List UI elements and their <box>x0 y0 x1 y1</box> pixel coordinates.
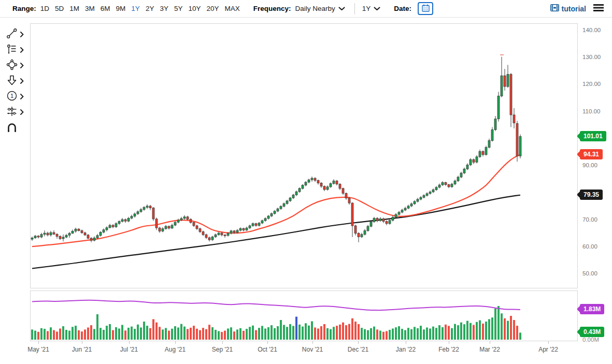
month-tick-mark <box>312 341 313 344</box>
menu-button[interactable] <box>593 4 604 13</box>
measure-tool-icon <box>6 105 18 120</box>
frequency-dropdown[interactable]: Daily Nearby <box>295 5 335 12</box>
svg-text:1: 1 <box>10 93 13 99</box>
month-axis-label: Nov '21 <box>302 346 323 353</box>
range-item-1y[interactable]: 1Y <box>131 5 140 12</box>
month-tick-mark <box>449 341 449 344</box>
fast-ma-value-badge: 94.31 <box>580 149 603 159</box>
range-selector: 1D5D1M3M6M9M1Y2Y3Y5Y10Y20YMAX <box>40 5 240 12</box>
month-tick-mark <box>267 341 268 344</box>
toolbar-divider <box>354 3 355 14</box>
arrow-marker-tool-icon <box>6 74 18 89</box>
volume-chart[interactable] <box>31 291 577 341</box>
range-item-1m[interactable]: 1M <box>69 5 79 12</box>
arrow-marker-tool-button[interactable] <box>6 75 30 88</box>
month-axis-label: Apr '22 <box>538 346 558 353</box>
month-axis-label: Mar '22 <box>479 346 500 353</box>
month-axis-label: Jan '22 <box>396 346 416 353</box>
last-price-badge: 101.01 <box>580 131 606 141</box>
range-item-2y[interactable]: 2Y <box>146 5 154 12</box>
price-axis-tick: 130.00 <box>582 54 601 60</box>
price-axis-tick: 50.00 <box>582 270 597 276</box>
trendline-tool-button[interactable] <box>6 28 30 41</box>
price-chart[interactable] <box>31 24 577 288</box>
month-tick-mark <box>490 341 490 344</box>
frequency-label: Frequency: <box>253 5 291 12</box>
price-pane <box>30 23 578 288</box>
number-marker-tool-button[interactable]: 1 <box>6 91 30 103</box>
chevron-down-icon[interactable] <box>374 7 380 11</box>
price-axis-tick: 60.00 <box>582 243 597 250</box>
tutorial-label: tutorial <box>562 5 586 13</box>
price-axis-tick: 70.00 <box>582 216 597 223</box>
price-axis-tick: 110.00 <box>582 108 600 114</box>
volume-pane <box>30 290 578 341</box>
measure-tool-button[interactable] <box>6 106 30 119</box>
magnet-tool-icon <box>6 122 18 136</box>
calendar-icon <box>422 4 430 13</box>
range-item-1d[interactable]: 1D <box>40 5 49 12</box>
annotations-tool-button[interactable] <box>6 44 30 56</box>
range-item-10y[interactable]: 10Y <box>188 5 201 12</box>
volume-bars-group <box>31 306 521 340</box>
trendline-tool-icon <box>6 27 18 42</box>
period-dropdown[interactable]: 1Y <box>362 5 371 12</box>
month-axis-label: Jul '21 <box>120 346 138 353</box>
price-axis-tick: 120.00 <box>582 81 601 87</box>
candles-group <box>31 57 521 242</box>
session-high-marker <box>500 54 504 55</box>
slow-ma-value-badge: 79.35 <box>580 190 603 200</box>
range-item-9m[interactable]: 9M <box>116 5 126 12</box>
month-tick-mark <box>222 341 223 344</box>
range-item-max[interactable]: MAX <box>224 5 239 12</box>
date-label: Date: <box>394 5 411 12</box>
price-axis-tick: 90.00 <box>582 162 597 168</box>
range-item-5d[interactable]: 5D <box>55 5 64 12</box>
shapes-tool-icon <box>6 59 18 73</box>
month-axis-label: Oct '21 <box>258 346 277 353</box>
chevron-right-icon <box>20 92 24 101</box>
open-interest-badge: 1.83M <box>580 304 604 314</box>
chevron-right-icon <box>20 61 24 70</box>
month-axis-label: Sep '21 <box>212 346 233 353</box>
chevron-right-icon <box>20 108 24 117</box>
video-tutorial-icon <box>550 4 559 13</box>
volume-axis-tick: 0.00M <box>582 337 599 343</box>
month-tick-mark <box>548 341 549 344</box>
open-interest-line <box>32 300 520 310</box>
month-axis-label: Feb '22 <box>438 346 459 353</box>
menu-icon <box>593 4 604 13</box>
charting-app: Range: 1D5D1M3M6M9M1Y2Y3Y5Y10Y20YMAX Fre… <box>0 0 612 364</box>
range-item-3y[interactable]: 3Y <box>160 5 168 12</box>
number-marker-tool-icon: 1 <box>6 90 18 104</box>
month-axis-label: Dec '21 <box>348 346 368 353</box>
range-item-5y[interactable]: 5Y <box>174 5 183 12</box>
month-tick-mark <box>129 341 130 344</box>
month-axis-label: Aug '21 <box>165 346 186 353</box>
chevron-down-icon[interactable] <box>338 7 345 11</box>
annotations-tool-icon <box>6 43 18 57</box>
volume-value-badge: 0.43M <box>580 327 604 337</box>
chevron-right-icon <box>20 30 24 39</box>
month-tick-mark <box>358 341 359 344</box>
range-item-3m[interactable]: 3M <box>85 5 95 12</box>
shapes-tool-button[interactable] <box>6 60 30 72</box>
month-tick-mark <box>82 341 82 344</box>
month-tick-mark <box>38 341 39 344</box>
range-label: Range: <box>12 5 36 12</box>
tutorial-link[interactable]: tutorial <box>550 4 586 13</box>
top-toolbar: Range: 1D5D1M3M6M9M1Y2Y3Y5Y10Y20YMAX Fre… <box>0 0 612 18</box>
range-item-20y[interactable]: 20Y <box>206 5 219 12</box>
month-axis-label: May '21 <box>27 346 49 353</box>
month-tick-mark <box>175 341 176 344</box>
date-picker-button[interactable] <box>418 2 433 15</box>
magnet-tool-button[interactable] <box>6 123 30 135</box>
month-axis-label: Jun '21 <box>72 346 92 353</box>
month-tick-mark <box>406 341 406 344</box>
chevron-right-icon <box>20 77 24 86</box>
range-item-6m[interactable]: 6M <box>101 5 110 12</box>
fast-ma-line <box>32 155 520 247</box>
price-axis-tick: 140.00 <box>582 27 601 33</box>
chevron-right-icon <box>20 46 24 55</box>
